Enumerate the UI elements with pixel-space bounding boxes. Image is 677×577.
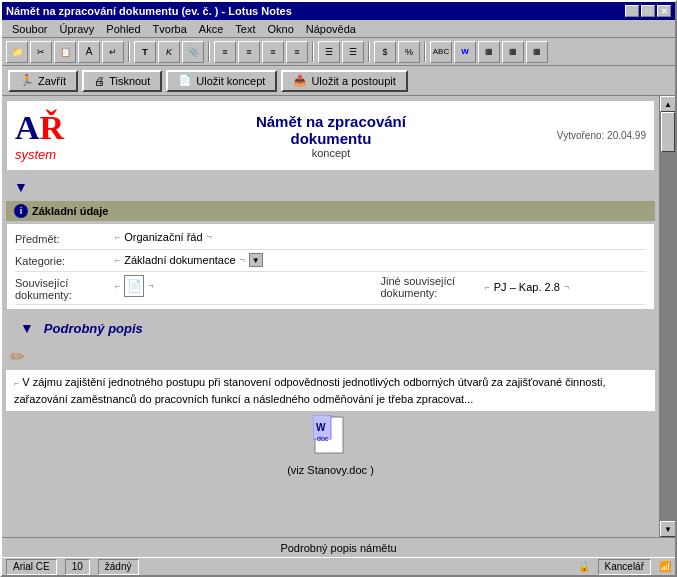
content-body: V zájmu zajištění jednotného postupu při… [14,376,606,405]
maximize-button[interactable]: □ [641,5,655,17]
word-icon[interactable]: W doc [313,415,349,462]
word-doc-area: W doc (viz Stanovy.doc ) [10,415,651,476]
lock-icon: 🔒 [578,561,590,572]
podrobny-header: ▼ Podrobný popis [6,314,655,342]
tb-paste[interactable]: A [78,41,100,63]
title-bar-buttons: _ □ ✕ [625,5,671,17]
content-area: AŘ system Námět na zpracování dokumentu … [2,96,675,537]
logo-r: Ř [40,109,65,146]
podrobny-arrow[interactable]: ▼ [14,318,40,338]
runner-icon: 🏃 [20,74,34,87]
status-bar: Podrobný popis námětu [2,537,675,557]
pencil-area: ✏ [2,344,659,370]
font-info: Arial CE 10 žádný [6,559,139,575]
tb-dollar[interactable]: $ [374,41,396,63]
kategorie-dropdown[interactable]: ▼ [249,253,263,267]
save-forward-button[interactable]: 📤 Uložit a postoupit [281,70,407,92]
expand-arrow[interactable]: ▼ [8,177,34,197]
font-size: 10 [65,559,90,575]
tb-align-l[interactable]: ≡ [214,41,236,63]
scroll-track[interactable] [660,112,675,521]
content-field-marker: ⌐ [14,378,19,388]
minimize-button[interactable]: _ [625,5,639,17]
predmet-text: Organizační řád [124,231,202,243]
dokumenty-label-text: dokumenty: [15,289,115,301]
tb-table2[interactable]: ▦ [502,41,524,63]
tb-word[interactable]: W [454,41,476,63]
sep5 [424,42,426,62]
menu-okno[interactable]: Okno [262,22,300,36]
logo-ar: AŘ [15,109,105,147]
content-text: ⌐ V zájmu zajištění jednotného postupu p… [6,370,655,411]
menu-pohled[interactable]: Pohled [100,22,146,36]
tb-list[interactable]: ☰ [318,41,340,63]
tb-italic[interactable]: K [158,41,180,63]
scroll-up-button[interactable]: ▲ [660,96,675,112]
main-content[interactable]: AŘ system Námět na zpracování dokumentu … [2,96,659,537]
tb-open[interactable]: 📁 [6,41,28,63]
menu-napoveda[interactable]: Nápověda [300,22,362,36]
doc-header: AŘ system Námět na zpracování dokumentu … [6,100,655,171]
tb-unlist[interactable]: ☰ [342,41,364,63]
predmet-row: Předmět: ⌐ Organizační řád ¬ [15,228,646,250]
status-text: Podrobný popis námětu [6,542,671,554]
sep1 [128,42,130,62]
doc-title-line2: dokumentu [105,130,557,147]
section-basic-header: i Základní údaje [6,201,655,221]
window-title: Námět na zpracování dokumentu (ev. č. ) … [6,5,292,17]
logo: AŘ system [15,109,105,162]
tb-bold[interactable]: T [134,41,156,63]
kategorie-value: ⌐ Základní dokumentace ¬ ▼ [115,253,646,267]
kategorie-row: Kategorie: ⌐ Základní dokumentace ¬ ▼ [15,250,646,272]
pencil-icon: ✏ [10,346,651,368]
tb-abc[interactable]: ABC [430,41,452,63]
tb-align-r[interactable]: ≡ [262,41,284,63]
font-style: žádný [98,559,139,575]
doc-title: Námět na zpracování dokumentu koncept [105,113,557,159]
jine-label: Jiné související dokumenty: [381,275,481,299]
doc-icon[interactable]: 📄 [124,275,144,297]
main-window: Námět na zpracování dokumentu (ev. č. ) … [0,0,677,577]
scrollbar: ▲ ▼ [659,96,675,537]
print-button[interactable]: 🖨 Tisknout [82,70,162,92]
bottom-bar: Arial CE 10 žádný 🔒 Kancelář 📶 [2,557,675,575]
tb-indent[interactable]: ↵ [102,41,124,63]
scroll-thumb[interactable] [661,112,675,152]
menu-akce[interactable]: Akce [193,22,229,36]
jine-value: ⌐ PJ – Kap. 2.8 ¬ [485,281,647,293]
save-draft-button[interactable]: 📄 Uložit koncept [166,70,277,92]
field-marker4: ⌐ [485,282,490,292]
tb-align-j[interactable]: ≡ [286,41,308,63]
tb-cut[interactable]: ✂ [30,41,52,63]
close-button[interactable]: 🏃 Zavřít [8,70,78,92]
menu-tvorba[interactable]: Tvorba [147,22,193,36]
main-toolbar: 📁 ✂ 📋 A ↵ T K 📎 ≡ ≡ ≡ ≡ ☰ ☰ $ % ABC W ▦ … [2,38,675,66]
file-hint: (viz Stanovy.doc ) [287,464,374,476]
tb-calc[interactable]: ▦ [526,41,548,63]
tb-percent[interactable]: % [398,41,420,63]
tb-attach[interactable]: 📎 [182,41,204,63]
sep2 [208,42,210,62]
tb-table[interactable]: ▦ [478,41,500,63]
tb-align-c[interactable]: ≡ [238,41,260,63]
menu-bar: Soubor Úpravy Pohled Tvorba Akce Text Ok… [2,20,675,38]
field-marker: ⌐ [115,232,120,242]
logo-system: system [15,147,105,162]
svg-text:W: W [316,422,326,433]
field-end-marker2: ¬ [240,255,245,265]
menu-text[interactable]: Text [229,22,261,36]
kategorie-label: Kategorie: [15,253,115,267]
right-status: 🔒 Kancelář 📶 [578,559,671,575]
font-name: Arial CE [6,559,57,575]
section-basic-title: Základní údaje [32,205,108,217]
scroll-down-button[interactable]: ▼ [660,521,675,537]
close-button[interactable]: ✕ [657,5,671,17]
menu-soubor[interactable]: Soubor [6,22,53,36]
menu-upravy[interactable]: Úpravy [53,22,100,36]
kancelar-label: Kancelář [598,559,651,575]
signal-icon: 📶 [659,561,671,572]
doc-created: Vytvořeno: 20.04.99 [557,130,646,141]
form-area: Předmět: ⌐ Organizační řád ¬ Kategorie: … [6,223,655,310]
souvisejici-value: ⌐ 📄 ¬ [115,275,381,297]
tb-copy[interactable]: 📋 [54,41,76,63]
